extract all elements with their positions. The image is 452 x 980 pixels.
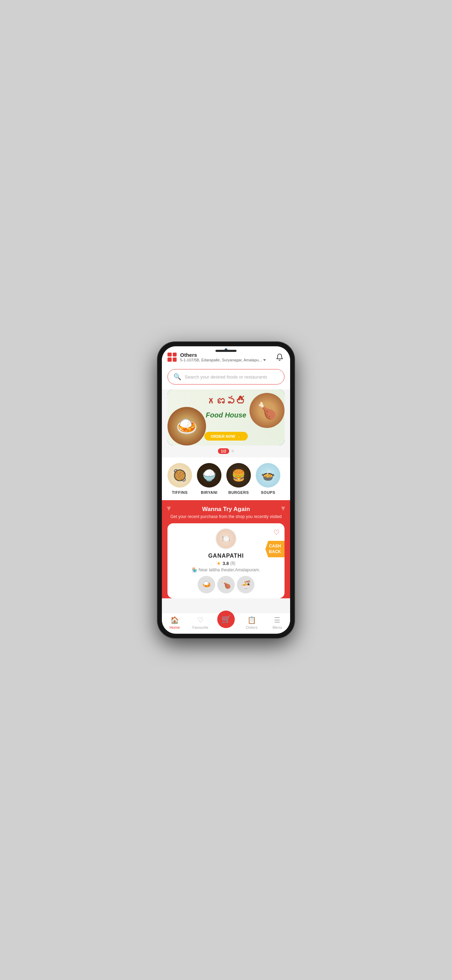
home-label: Home [170,625,180,630]
banner-title-telugu: గణపతి [207,396,245,407]
soups-label: SOUPS [261,490,275,495]
heart-nav-icon: ♡ [197,616,204,624]
category-biryani[interactable]: 🍚 BIRYANI [197,463,221,495]
nav-cart[interactable]: 🛒 [213,617,239,628]
home-icon: 🏠 [170,616,179,624]
nav-menu[interactable]: ☰ Menu [264,616,290,630]
nav-favourite[interactable]: ♡ Favourite [188,616,213,630]
food-thumb-2: 🍗 [217,576,235,593]
categories-row: 🥘 TIFFINS 🍚 BIRYANI 🍔 BURGERS 🍲 SOUPS [167,463,285,495]
restaurant-location: 🏪 Near lalitha theater,Amalapuram. [172,568,280,573]
try-again-title: Wanna Try Again [167,506,285,513]
burgers-label: BURGERS [228,490,249,495]
menu-label: Menu [272,625,282,630]
banner-indicator: 1/2 [167,448,285,454]
soups-image: 🍲 [256,463,280,488]
nav-home[interactable]: 🏠 Home [162,616,188,630]
restaurant-logo-image: 🍽️ [216,529,236,549]
menu-icon: ☰ [274,616,280,624]
restaurant-rating: ★ 3.8 (8) [172,560,280,566]
banner-title-english: Food House [206,411,246,419]
try-again-subtitle: Get your recent purchase from the shop y… [167,514,285,519]
order-now-button[interactable]: ORDER NOW 👆 [204,432,248,441]
heart-icon[interactable]: ♡ [273,528,280,537]
biryani-label: BIRYANI [201,490,217,495]
try-again-section: Wanna Try Again Get your recent purchase… [162,500,290,598]
cashback-line1: CASH [269,544,281,549]
hand-icon: 👆 [237,434,242,439]
location-type: Others [180,352,266,358]
scroll-content: గణపతి Food House ORDER NOW 👆 1/2 🥘 [162,390,290,612]
banner-food-right [250,393,285,428]
biryani-image: 🍚 [197,463,221,488]
categories-section: 🥘 TIFFINS 🍚 BIRYANI 🍔 BURGERS 🍲 SOUPS [162,457,290,500]
banner-card[interactable]: గణపతి Food House ORDER NOW 👆 [167,390,285,445]
search-input-wrapper[interactable]: 🔍 Search your desired foods or restauran… [167,369,285,385]
restaurant-name: GANAPATHI [172,553,280,559]
grid-icon[interactable] [167,353,177,362]
food-thumbnails: 🍛 🍗 🍜 [172,576,280,593]
search-placeholder: Search your desired foods or restaurants [185,374,267,380]
cashback-line2: BACK [269,549,281,554]
indicator-dot [231,450,234,452]
restaurant-logo: 🍽️ [215,528,237,549]
location-text: Near lalitha theater,Amalapuram. [199,568,260,573]
chevron-down-icon [263,359,266,361]
favourite-label: Favourite [193,625,208,630]
nav-orders[interactable]: 📋 Orders [239,616,264,630]
search-bar: 🔍 Search your desired foods or restauran… [162,366,290,390]
orders-icon: 📋 [247,616,256,624]
phone-screen: Others 5-1-107/5B, Edarapalle, Suryanaga… [162,346,290,634]
burgers-image: 🍔 [226,463,251,488]
tiffins-image: 🥘 [167,463,192,488]
phone-frame: Others 5-1-107/5B, Edarapalle, Suryanaga… [158,342,294,638]
bell-icon[interactable] [275,352,285,362]
rating-value: 3.8 [223,561,229,566]
header-address[interactable]: Others 5-1-107/5B, Edarapalle, Suryanaga… [180,352,266,362]
tiffins-label: TIFFINS [172,490,188,495]
category-tiffins[interactable]: 🥘 TIFFINS [167,463,192,495]
food-thumb-1: 🍛 [197,576,215,593]
banner-food-left [167,407,206,445]
slide-indicator: 1/2 [218,448,229,454]
cashback-badge: CASH BACK [265,541,285,557]
header: Others 5-1-107/5B, Edarapalle, Suryanaga… [162,346,290,366]
cart-icon: 🛒 [221,615,231,624]
shop-icon: 🏪 [192,568,197,573]
star-icon: ★ [216,560,221,566]
rating-count: (8) [230,561,236,566]
orders-label: Orders [246,625,258,630]
banner-section: గణపతి Food House ORDER NOW 👆 1/2 [162,390,290,457]
category-burgers[interactable]: 🍔 BURGERS [226,463,251,495]
search-icon: 🔍 [173,373,181,381]
header-left: Others 5-1-107/5B, Edarapalle, Suryanaga… [167,352,266,362]
restaurant-card[interactable]: 🍽️ ♡ GANAPATHI ★ 3.8 (8) 🏪 Near lalitha … [167,523,285,598]
address-text: 5-1-107/5B, Edarapalle, Suryanagar, Amal… [180,358,266,362]
food-thumb-3: 🍜 [237,576,255,593]
bottom-nav: 🏠 Home ♡ Favourite 🛒 📋 Orders ☰ Menu [162,612,290,634]
cart-button[interactable]: 🛒 [217,611,235,628]
category-soups[interactable]: 🍲 SOUPS [256,463,280,495]
